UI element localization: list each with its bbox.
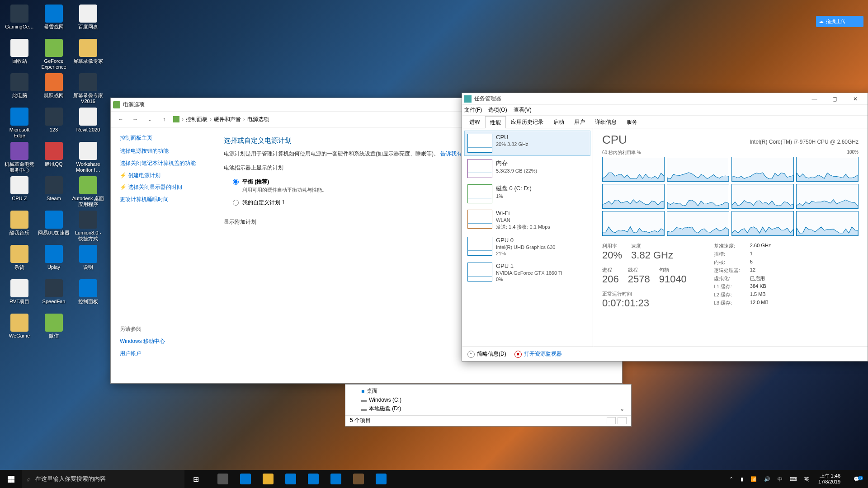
desktop-icon[interactable]: Uplay	[37, 243, 71, 277]
taskbar-app[interactable]	[302, 470, 325, 488]
resource-item[interactable]: 内存5.3/23.9 GB (22%)	[464, 156, 590, 181]
tree-item[interactable]: ■桌面	[352, 386, 624, 396]
titlebar[interactable]: 任务管理器 ― ▢ ✕	[462, 93, 868, 105]
desktop-icon[interactable]: Autodesk 桌面应用程序	[71, 174, 105, 208]
desktop-icon[interactable]: 杂货	[2, 243, 37, 277]
tree-item[interactable]: ▬Windows (C:)	[352, 396, 624, 404]
tray-expand-icon[interactable]: ⌃	[727, 476, 735, 482]
desktop-icon[interactable]: 屏幕录像专家	[71, 37, 105, 71]
app-icon	[10, 5, 28, 23]
desktop-icon[interactable]: 网易UU加速器	[37, 208, 71, 243]
app-icon	[376, 474, 387, 484]
resource-item[interactable]: CPU20% 3.82 GHz	[464, 131, 590, 156]
desktop-icon[interactable]: Revit 2020	[71, 105, 105, 140]
volume-icon[interactable]: 🔊	[762, 476, 772, 482]
breadcrumb-item[interactable]: 电源选项	[247, 116, 269, 123]
tab-应用历史记录[interactable]: 应用历史记录	[506, 116, 548, 128]
sidebar-link[interactable]: ⚡ 创建电源计划	[120, 172, 206, 179]
ime-mode-icon[interactable]: 英	[802, 476, 811, 483]
fewer-details-button[interactable]: ⌃简略信息(D)	[467, 350, 506, 358]
menu-item[interactable]: 选项(O)	[488, 106, 507, 114]
back-button[interactable]: ←	[115, 114, 126, 125]
taskbar-app[interactable]	[212, 470, 234, 488]
desktop-icon[interactable]: 回收站	[2, 37, 37, 71]
taskbar-app[interactable]	[279, 470, 302, 488]
search-box[interactable]: ⌕ 在这里输入你要搜索的内容	[22, 470, 184, 488]
taskbar-app[interactable]	[370, 470, 392, 488]
battery-icon[interactable]: ▮	[739, 476, 745, 482]
desktop-icon[interactable]: 百度网盘	[71, 2, 105, 37]
desktop-icon[interactable]: 此电脑	[2, 71, 37, 105]
desktop-icon[interactable]: Lumion8.0 - 快捷方式	[71, 208, 105, 243]
keyboard-icon[interactable]: ⌨	[788, 476, 799, 482]
resource-item[interactable]: GPU 1NVIDIA GeForce GTX 1660 Ti0%	[464, 259, 590, 285]
recent-button[interactable]: ⌄	[144, 114, 155, 125]
tab-进程[interactable]: 进程	[464, 116, 485, 128]
desktop-icon[interactable]: SpeedFan	[37, 277, 71, 311]
desktop-icon[interactable]: GeForce Experience	[37, 37, 71, 71]
task-view-button[interactable]: ⊞	[184, 470, 207, 488]
app-icon	[10, 176, 28, 194]
taskbar-app[interactable]	[347, 470, 370, 488]
desktop-icon[interactable]: 控制面板	[71, 277, 105, 311]
desktop-icon[interactable]: 腾讯QQ	[37, 140, 71, 174]
explorer-statusbar: 5 个项目	[345, 415, 631, 425]
tab-用户[interactable]: 用户	[569, 116, 590, 128]
menu-item[interactable]: 查看(V)	[514, 106, 532, 114]
sidebar-link[interactable]: 选择电源按钮的功能	[120, 147, 206, 155]
taskbar-app[interactable]	[257, 470, 279, 488]
plan-radio-custom[interactable]	[233, 200, 239, 206]
ime-icon[interactable]: 中	[776, 476, 784, 483]
desktop-icon[interactable]: WeGame	[2, 311, 37, 346]
desktop-icon[interactable]: GamingCe…	[2, 2, 37, 37]
see-also-item[interactable]: Windows 移动中心	[120, 338, 206, 345]
sidebar-link[interactable]: ⚡ 选择关闭显示器的时间	[120, 183, 206, 191]
tab-启动[interactable]: 启动	[548, 116, 569, 128]
desktop-icon[interactable]: 123	[37, 105, 71, 140]
close-button[interactable]: ✕	[845, 93, 865, 105]
sidebar-link[interactable]: 选择关闭笔记本计算机盖的功能	[120, 160, 206, 167]
resource-item[interactable]: GPU 0Intel(R) UHD Graphics 63021%	[464, 234, 590, 259]
up-button[interactable]: ↑	[159, 114, 170, 125]
breadcrumb-item[interactable]: 硬件和声音	[214, 116, 241, 123]
baidu-upload-widget[interactable]: ☁ 拖拽上传	[816, 16, 863, 27]
desktop-icon[interactable]: 暴雪战网	[37, 2, 71, 37]
desktop-icon[interactable]: 凯跃战网	[37, 71, 71, 105]
view-details-button[interactable]	[607, 417, 616, 424]
wifi-icon[interactable]: 📶	[749, 476, 759, 482]
view-icons-button[interactable]	[618, 417, 627, 424]
desktop-icon[interactable]: RVT项目	[2, 277, 37, 311]
tab-服务[interactable]: 服务	[622, 116, 642, 128]
tab-性能[interactable]: 性能	[485, 116, 506, 128]
control-panel-home[interactable]: 控制面板主页	[120, 134, 206, 142]
forward-button[interactable]: →	[130, 114, 141, 125]
maximize-button[interactable]: ▢	[825, 93, 845, 105]
plan-radio-balanced[interactable]	[233, 179, 239, 185]
desktop-icon[interactable]: Steam	[37, 174, 71, 208]
resource-monitor-link[interactable]: ✖打开资源监视器	[514, 350, 562, 358]
desktop-icon[interactable]: 酷我音乐	[2, 208, 37, 243]
desktop-icon[interactable]: 微信	[37, 311, 71, 346]
resource-item[interactable]: Wi-FiWLAN发送: 1.4 接收: 0.1 Mbps	[464, 206, 590, 234]
taskbar-app[interactable]	[234, 470, 257, 488]
clock[interactable]: 上午 1:46 17/8/2019	[815, 473, 844, 485]
desktop-icon[interactable]: 机械革命电竞服务中心	[2, 140, 37, 174]
tab-详细信息[interactable]: 详细信息	[590, 116, 622, 128]
start-button[interactable]	[0, 470, 22, 488]
breadcrumb-item[interactable]: 控制面板	[186, 116, 208, 123]
resource-item[interactable]: 磁盘 0 (C: D:)1%	[464, 181, 590, 206]
desktop-icon[interactable]: 说明	[71, 243, 105, 277]
desktop-icon[interactable]: 屏幕录像专家 V2016	[71, 71, 105, 105]
app-icon	[217, 474, 228, 484]
desktop-icon[interactable]: CPU-Z	[2, 174, 37, 208]
notifications-button[interactable]: 💬3	[848, 476, 866, 482]
minimize-button[interactable]: ―	[804, 93, 825, 105]
desktop-icon[interactable]: Workshare Monitor f…	[71, 140, 105, 174]
taskbar-app[interactable]	[325, 470, 347, 488]
desktop-icon[interactable]: Microsoft Edge	[2, 105, 37, 140]
sidebar-link[interactable]: 更改计算机睡眠时间	[120, 196, 206, 203]
breadcrumb[interactable]: › 控制面板 › 硬件和声音 › 电源选项	[173, 116, 269, 123]
see-also-item[interactable]: 用户帐户	[120, 350, 206, 357]
menu-item[interactable]: 文件(F)	[464, 106, 482, 114]
tree-item[interactable]: ▬本地磁盘 (D:)⌄	[352, 404, 624, 413]
